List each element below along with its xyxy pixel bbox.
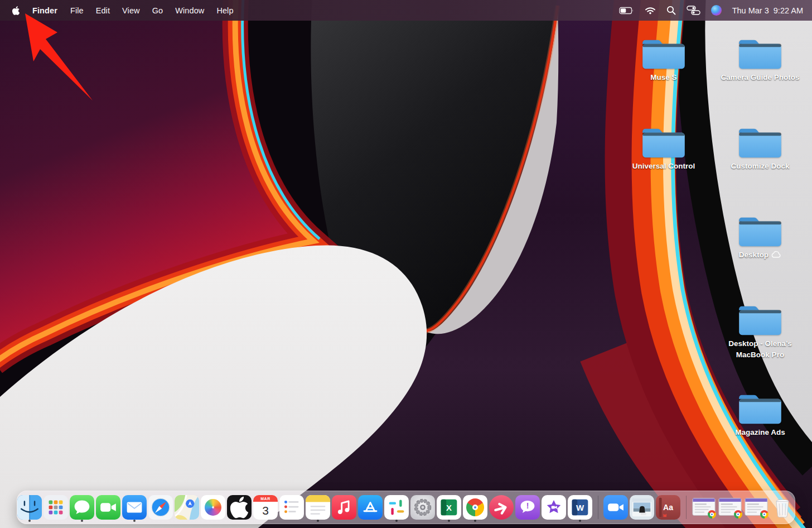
folder-label: Magazine Ads xyxy=(718,427,802,438)
desktop-folder-desktop-olena-s-macbook-pro[interactable]: Desktop - Olena’s MacBook Pro xyxy=(718,302,802,360)
calendar-icon: MAR3 xyxy=(253,495,278,520)
word-icon: W xyxy=(568,495,592,520)
dock: tvMAR3X!WAa xyxy=(17,491,795,524)
dock-app-minimized-chrome-window[interactable] xyxy=(718,493,743,522)
photos-icon xyxy=(201,495,225,520)
menu-go[interactable]: Go xyxy=(146,6,170,15)
running-indicator-dot xyxy=(28,520,31,522)
menu-finder[interactable]: Finder xyxy=(26,6,64,15)
dock-app-notes[interactable] xyxy=(306,493,331,522)
dock-app-microsoft-excel[interactable]: X xyxy=(437,493,462,522)
menu-bar-clock[interactable]: Thu Mar 3 9:22 AM xyxy=(732,6,803,15)
menu-bar: FinderFileEditViewGoWindowHelp xyxy=(0,0,812,21)
desktop-folder-muse-s[interactable]: Muse S xyxy=(622,36,705,83)
window-icon xyxy=(718,495,742,520)
folder-label: Customize Dock xyxy=(718,161,802,172)
dock-app-reminders[interactable] xyxy=(279,493,304,522)
dock-app-photos[interactable] xyxy=(201,493,226,522)
chrome-badge-icon xyxy=(734,510,742,519)
dock-app-finder[interactable] xyxy=(17,493,42,522)
dock-app-microsoft-word[interactable]: W xyxy=(568,493,593,522)
previewapp-icon xyxy=(630,495,654,520)
folder-icon xyxy=(640,124,688,160)
menu-help[interactable]: Help xyxy=(210,6,239,15)
macos-desktop: FinderFileEditViewGoWindowHelp xyxy=(0,0,812,528)
launchpad-icon xyxy=(44,495,68,520)
dock-app-slack[interactable] xyxy=(384,493,409,522)
folder-icon xyxy=(736,124,784,160)
dock-app-calendar[interactable]: MAR3 xyxy=(253,493,278,522)
notes-icon xyxy=(306,495,330,520)
desktop-folder-universal-control[interactable]: Universal Control xyxy=(622,124,705,172)
battery-icon[interactable] xyxy=(619,7,634,15)
running-indicator-dot xyxy=(474,520,476,522)
dock-app-imovie[interactable] xyxy=(542,493,567,522)
folder-icon xyxy=(640,36,688,71)
dock-app-minimized-chrome-window[interactable] xyxy=(744,493,769,522)
maps-icon xyxy=(175,495,199,520)
dock-app-system-preferences[interactable] xyxy=(410,493,436,522)
excel-icon: X xyxy=(437,495,461,520)
running-indicator-dot xyxy=(395,520,398,522)
dock-app-messages[interactable] xyxy=(70,493,95,522)
messages-icon xyxy=(70,495,94,520)
dock-app-trash[interactable] xyxy=(770,493,795,522)
dock-app-maps[interactable] xyxy=(175,493,200,522)
dock-app-dictionary[interactable]: Aa xyxy=(656,493,681,522)
dock-app-app-store[interactable] xyxy=(358,493,383,522)
desktop-folder-area: Muse SCamera Guide PhotosUniversal Contr… xyxy=(0,0,812,528)
folder-icon xyxy=(736,213,784,249)
desktop-folder-desktop[interactable]: Desktop xyxy=(718,213,802,261)
folder-label: Desktop - Olena’s MacBook Pro xyxy=(718,338,802,360)
folder-label: Muse S xyxy=(622,72,705,83)
music-icon xyxy=(332,495,356,520)
running-indicator-dot xyxy=(448,520,450,522)
imovie-icon xyxy=(542,495,566,520)
dock-app-launchpad[interactable] xyxy=(44,493,69,522)
apple-menu[interactable] xyxy=(12,6,20,16)
dock-app-mail[interactable] xyxy=(122,493,147,522)
chrome-icon xyxy=(463,495,487,520)
control-center-icon[interactable] xyxy=(687,6,700,15)
siri-icon[interactable] xyxy=(711,5,722,16)
chrome-badge-icon xyxy=(760,510,768,519)
desktop-folder-camera-guide-photos[interactable]: Camera Guide Photos xyxy=(718,36,802,83)
folder-icon xyxy=(736,302,784,338)
dock-app-zoom[interactable] xyxy=(603,493,629,522)
dock-app-music[interactable] xyxy=(332,493,357,522)
wifi-icon[interactable] xyxy=(645,6,656,15)
dock-divider xyxy=(686,496,687,519)
menu-view[interactable]: View xyxy=(116,6,146,15)
menu-window[interactable]: Window xyxy=(169,6,210,15)
dock-app-safari[interactable] xyxy=(148,493,173,522)
dock-app-chat-alert-app[interactable]: ! xyxy=(515,493,540,522)
folder-label: Desktop xyxy=(718,249,802,261)
running-indicator-dot xyxy=(317,520,319,522)
reminders-icon xyxy=(279,495,304,520)
dock-app-google-chrome[interactable] xyxy=(463,493,488,522)
window-icon xyxy=(744,495,768,520)
skitch-icon xyxy=(489,495,514,520)
dock-app-skitch[interactable] xyxy=(489,493,514,522)
menu-edit[interactable]: Edit xyxy=(90,6,116,15)
running-indicator-dot xyxy=(133,520,136,522)
alertapp-icon: ! xyxy=(515,495,540,520)
appstore-icon xyxy=(358,495,383,520)
dock-app-apple-tv[interactable]: tv xyxy=(227,493,252,522)
dock-app-facetime[interactable] xyxy=(96,493,121,522)
dock-app-preview[interactable] xyxy=(630,493,655,522)
finder-icon xyxy=(17,495,42,520)
running-indicator-dot xyxy=(579,520,581,522)
folder-label: Camera Guide Photos xyxy=(718,72,802,83)
menu-file[interactable]: File xyxy=(64,6,90,15)
dock-divider xyxy=(598,496,598,519)
dock-app-minimized-chrome-window[interactable] xyxy=(692,493,717,522)
desktop-folder-customize-dock[interactable]: Customize Dock xyxy=(718,124,802,172)
folder-icon xyxy=(736,36,784,71)
zoom-icon xyxy=(603,495,628,520)
dictionary-icon: Aa xyxy=(656,495,680,520)
desktop-folder-magazine-ads[interactable]: Magazine Ads xyxy=(718,391,802,438)
chrome-badge-icon xyxy=(708,510,716,519)
spotlight-search-icon[interactable] xyxy=(666,6,676,15)
safari-icon xyxy=(148,495,173,520)
